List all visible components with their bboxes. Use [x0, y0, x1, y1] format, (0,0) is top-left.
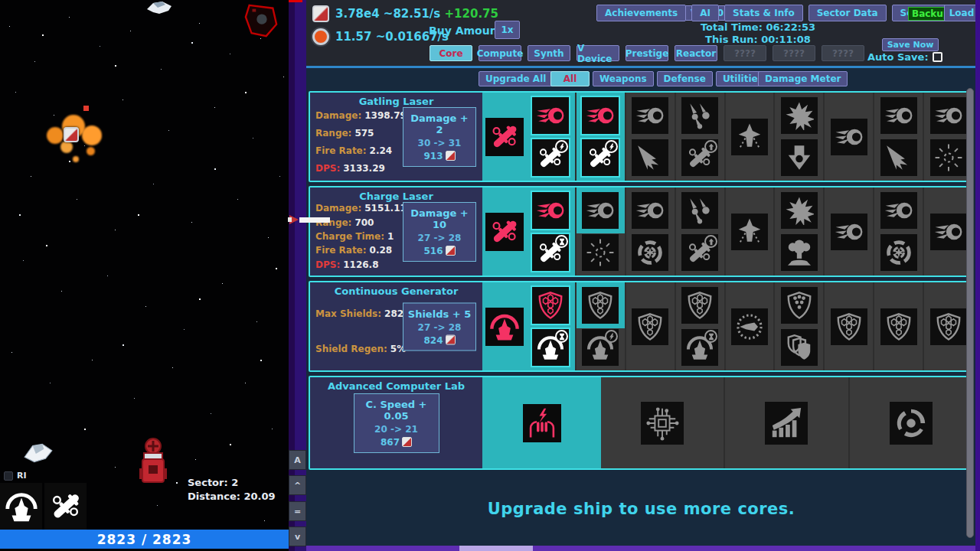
- comet-upgrade-tile[interactable]: [582, 192, 619, 229]
- scatter-upgrade-tile[interactable]: [582, 234, 619, 271]
- comet-upgrade-tile[interactable]: [930, 97, 967, 134]
- tab--[interactable]: ????: [773, 45, 815, 61]
- missiles-upgrade-tile[interactable]: [681, 192, 718, 229]
- active-core-strip: [482, 377, 601, 468]
- comet-upgrade-tile[interactable]: [582, 97, 619, 134]
- side-button-=[interactable]: =: [289, 501, 306, 521]
- laser-upgrade-tile[interactable]: [681, 234, 718, 271]
- filter-all[interactable]: All: [550, 71, 590, 86]
- save-now-button[interactable]: Save Now: [882, 38, 939, 51]
- comet-upgrade-tile[interactable]: [632, 192, 668, 229]
- coil-main-icon-tile[interactable]: [523, 404, 561, 442]
- upgrade-cell: [726, 93, 776, 181]
- explosion-icon: [785, 196, 814, 225]
- tab-prestige[interactable]: Prestige: [626, 45, 668, 61]
- vertical-scrollbar-thumb[interactable]: [966, 88, 974, 538]
- comet-upgrade-tile[interactable]: [831, 119, 867, 155]
- shieldgen-upgrade-tile[interactable]: [532, 329, 569, 366]
- cometdown-upgrade-tile[interactable]: [781, 139, 818, 176]
- shieldgen-main-icon-tile[interactable]: [485, 308, 524, 346]
- tab--[interactable]: ????: [822, 45, 864, 61]
- hotbar-shield-generator[interactable]: [0, 483, 42, 530]
- horizontal-scrollbar[interactable]: [306, 546, 975, 551]
- comet-upgrade-tile[interactable]: [880, 192, 917, 229]
- damage-meter-button[interactable]: Damage Meter: [758, 71, 848, 86]
- comet-upgrade-tile[interactable]: [532, 192, 569, 229]
- active-core-strip: [482, 93, 527, 181]
- filter-group: AllWeaponsDefenseUtilities: [550, 71, 770, 86]
- upgrade-all-button[interactable]: Upgrade All: [479, 71, 553, 86]
- comet-icon: [536, 196, 565, 225]
- shieldgen-upgrade-tile[interactable]: [582, 329, 619, 366]
- side-button-^[interactable]: ^: [289, 475, 306, 495]
- scatter-upgrade-tile[interactable]: [930, 139, 967, 176]
- ship-upgrade-tile[interactable]: [731, 119, 768, 155]
- comet-upgrade-tile[interactable]: [930, 214, 967, 250]
- buy-amount-button[interactable]: 1x: [495, 21, 520, 39]
- shield-upgrade-tile[interactable]: [930, 308, 967, 345]
- laser-upgrade-tile[interactable]: [681, 139, 718, 176]
- missiles-upgrade-tile[interactable]: [681, 97, 718, 134]
- spike-upgrade-tile[interactable]: [632, 139, 668, 176]
- load-button[interactable]: Load: [944, 5, 979, 21]
- upgrade-button[interactable]: Shields + 527 -> 28824: [403, 302, 476, 350]
- side-button-v[interactable]: v: [289, 527, 306, 546]
- tab-compute[interactable]: Compute: [479, 45, 521, 61]
- shield-upgrade-tile[interactable]: [681, 287, 718, 324]
- horizontal-scrollbar-thumb[interactable]: [459, 546, 533, 551]
- shield-upgrade-tile[interactable]: [632, 308, 668, 345]
- upgrade-button[interactable]: C. Speed + 0.0520 -> 21867: [354, 393, 439, 453]
- target-upgrade-tile[interactable]: [880, 234, 917, 271]
- laser-main-icon-tile[interactable]: [485, 213, 524, 251]
- target-upgrade-tile[interactable]: [632, 234, 668, 271]
- tab--[interactable]: ????: [724, 45, 766, 61]
- menu-button-ai[interactable]: AI: [691, 5, 719, 21]
- stat-label: Shield Regen:: [315, 344, 387, 354]
- dotshield-upgrade-tile[interactable]: [781, 287, 818, 324]
- menu-button-stats-info[interactable]: Stats & Info: [724, 5, 803, 21]
- stat-value: 575: [354, 128, 374, 139]
- ri-checkbox[interactable]: [4, 471, 13, 481]
- ship-upgrade-tile[interactable]: [731, 214, 768, 250]
- ri-label: RI: [17, 471, 27, 481]
- chip-upgrade-tile[interactable]: [641, 402, 684, 445]
- laser-upgrade-tile[interactable]: [532, 139, 569, 176]
- filter-defense[interactable]: Defense: [657, 71, 713, 86]
- explosion-upgrade-tile[interactable]: [781, 192, 818, 229]
- explosion-upgrade-tile[interactable]: [781, 97, 818, 134]
- comet-upgrade-tile[interactable]: [880, 97, 917, 134]
- upgrade-button[interactable]: Damage + 1027 -> 28516: [403, 202, 476, 262]
- bolt-badge-icon: [605, 140, 618, 153]
- tab-synth[interactable]: Synth: [528, 45, 570, 61]
- menu-button-achievements[interactable]: Achievements: [596, 5, 686, 21]
- laser-upgrade-tile[interactable]: [582, 139, 619, 176]
- shield-upgrade-tile[interactable]: [582, 287, 619, 324]
- laser-main-icon-tile[interactable]: [485, 118, 524, 156]
- tab-v-device[interactable]: V Device: [577, 45, 619, 61]
- upgrade-button[interactable]: Damage + 230 -> 31913: [403, 107, 476, 167]
- mushroom-upgrade-tile[interactable]: [781, 234, 818, 271]
- shield-upgrade-tile[interactable]: [532, 287, 569, 324]
- menu-button-sector-data[interactable]: Sector Data: [808, 5, 887, 21]
- top-bar: 3.78e4 ~82.51/s +120.75 11.57 ~0.01667/s…: [306, 0, 975, 68]
- chart-upgrade-tile[interactable]: [765, 402, 808, 445]
- spike-upgrade-tile[interactable]: [880, 139, 917, 176]
- explosion-icon: [785, 101, 814, 130]
- shield-upgrade-tile[interactable]: [880, 308, 917, 345]
- clockship-upgrade-tile[interactable]: [731, 308, 768, 345]
- shield-upgrade-tile[interactable]: [831, 308, 867, 345]
- tab-reactor[interactable]: Reactor: [675, 45, 717, 61]
- layshields-upgrade-tile[interactable]: [781, 329, 818, 366]
- filter-weapons[interactable]: Weapons: [593, 71, 654, 86]
- laser-upgrade-tile[interactable]: [532, 234, 569, 271]
- panel-info: Advanced Computer LabC. Speed + 0.0520 -…: [310, 377, 482, 468]
- hotbar-laser[interactable]: [44, 483, 87, 530]
- comet-upgrade-tile[interactable]: [532, 97, 569, 134]
- auto-save-checkbox[interactable]: [933, 52, 942, 62]
- comet-upgrade-tile[interactable]: [831, 214, 867, 250]
- vortex-upgrade-tile[interactable]: [890, 402, 933, 445]
- tab-core[interactable]: Core: [430, 45, 472, 61]
- side-button-a[interactable]: A: [289, 450, 306, 470]
- shieldgen-upgrade-tile[interactable]: [681, 329, 718, 366]
- comet-upgrade-tile[interactable]: [632, 97, 668, 134]
